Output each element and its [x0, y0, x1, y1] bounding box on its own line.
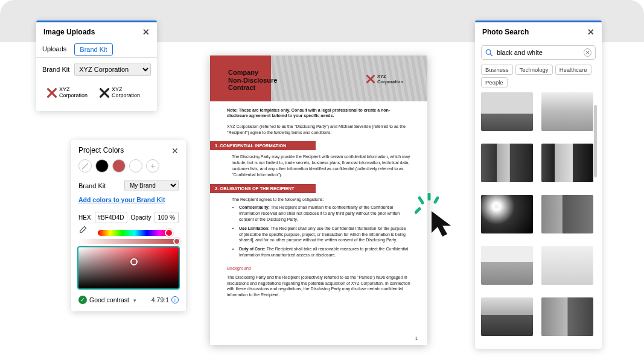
svg-line-5	[490, 54, 492, 56]
brandkit-select[interactable]: XYZ Corporation	[74, 63, 151, 76]
brandkit-row: Brand Kit My Brand	[71, 177, 186, 194]
opacity-input[interactable]	[155, 212, 179, 223]
photo-search-panel: Photo Search ✕ ✕ Business Technology Hea…	[475, 21, 602, 349]
photo-search-title: Photo Search	[482, 28, 529, 36]
tab-uploads[interactable]: Uploads	[36, 42, 72, 57]
hue-knob[interactable]	[165, 229, 173, 237]
svg-line-3	[435, 198, 438, 202]
section-1-body: The Disclosing Party may provide the Rec…	[232, 154, 410, 177]
hex-row: HEX Opacity	[71, 209, 186, 226]
search-wrap: ✕	[475, 42, 602, 63]
page-number: 1	[415, 336, 418, 340]
list-item: Use Limitation: The Recipient shall only…	[239, 226, 410, 243]
swatch-white[interactable]	[129, 159, 142, 173]
opacity-label: Opacity	[131, 214, 151, 221]
close-icon[interactable]: ✕	[587, 27, 595, 37]
svg-line-0	[416, 209, 419, 212]
document-preview[interactable]: Company Non-Disclosure Contract XYZ Corp…	[210, 56, 427, 345]
info-icon[interactable]: i	[171, 296, 179, 303]
photo-result[interactable]	[541, 144, 593, 182]
doc-hero: Company Non-Disclosure Contract XYZ Corp…	[210, 56, 427, 101]
photo-result[interactable]	[541, 297, 593, 336]
photo-result[interactable]	[481, 246, 533, 285]
chip-row: Business Technology Healthcare People	[475, 63, 602, 92]
sv-knob[interactable]	[130, 258, 138, 265]
swatch-none[interactable]	[78, 159, 92, 173]
saturation-value-picker[interactable]	[78, 247, 179, 288]
chip-technology[interactable]: Technology	[515, 65, 553, 75]
cursor-graphic	[419, 199, 456, 235]
image-uploads-header: Image Uploads ✕	[36, 22, 157, 42]
chevron-down-icon	[132, 296, 136, 303]
list-item: Duty of Care: The Recipient shall take a…	[239, 246, 410, 258]
image-uploads-panel: Image Uploads ✕ Uploads Brand Kit Brand …	[36, 21, 157, 111]
search-icon	[485, 49, 493, 57]
add-colors-link[interactable]: Add colors to your Brand Kit	[71, 194, 186, 209]
brand-select[interactable]: My Brand	[124, 180, 179, 191]
section-2-list: Confidentiality: The Recipient shall mai…	[239, 205, 410, 258]
swatch-row: +	[71, 159, 186, 177]
photo-result[interactable]	[541, 92, 593, 131]
brandkit-selector-row: Brand Kit XYZ Corporation	[36, 58, 157, 81]
doc-title: Company Non-Disclosure Contract	[228, 69, 277, 92]
photo-result[interactable]	[541, 246, 593, 285]
check-icon: ✓	[78, 296, 87, 304]
upload-tabs: Uploads Brand Kit	[36, 42, 157, 58]
project-colors-title: Project Colors	[78, 146, 124, 156]
photo-search-header: Photo Search ✕	[475, 22, 602, 42]
photo-result[interactable]	[481, 195, 533, 233]
project-colors-header: Project Colors ✕	[71, 140, 186, 159]
eyedropper-icon[interactable]	[78, 226, 87, 237]
search-input[interactable]	[497, 49, 580, 56]
photo-result[interactable]	[541, 195, 593, 233]
contrast-row: ✓ Good contrast 4.79:1 i	[71, 293, 186, 306]
contrast-ratio: 4.79:1 i	[151, 296, 179, 303]
hex-label: HEX	[78, 214, 91, 221]
x-logo-icon	[47, 88, 57, 98]
photo-grid	[475, 92, 602, 349]
brandkit-label: Brand Kit	[42, 66, 69, 73]
section-2-intro: The Recipient agrees to the following ob…	[232, 197, 410, 203]
alpha-slider[interactable]	[78, 239, 179, 244]
section-2-head: 2. OBLIGATIONS OF THE RECIPIENT	[210, 184, 316, 193]
image-uploads-title: Image Uploads	[43, 28, 95, 36]
brand-logo[interactable]: XYZ Corporation	[47, 87, 88, 99]
doc-intro: XYZ Corporation (referred to as the "Dis…	[227, 124, 410, 136]
chip-business[interactable]: Business	[481, 65, 513, 75]
svg-point-4	[486, 49, 491, 54]
background-head: Background	[227, 265, 410, 271]
chip-people[interactable]: People	[481, 77, 508, 87]
photo-result[interactable]	[481, 92, 533, 131]
close-icon[interactable]: ✕	[171, 146, 179, 156]
search-box: ✕	[481, 45, 596, 60]
x-logo-icon	[366, 75, 375, 83]
chip-healthcare[interactable]: Healthcare	[555, 65, 591, 75]
x-logo-icon	[100, 88, 109, 98]
hex-input[interactable]	[95, 212, 127, 223]
clear-search-icon[interactable]: ✕	[584, 48, 591, 57]
swatch-black[interactable]	[95, 159, 109, 173]
doc-body: Note: These are templates only. Consult …	[210, 101, 427, 304]
section-1-head: 1. CONFIDENTIAL INFORMATION	[210, 141, 316, 150]
background-body: The Disclosing Party and the Recipient (…	[227, 275, 410, 298]
cursor-arrow-icon	[430, 210, 454, 238]
alpha-knob[interactable]	[173, 238, 180, 245]
brand-logos: XYZ Corporation XYZ Corporation	[36, 81, 157, 111]
brand-logo[interactable]: XYZ Corporation	[100, 87, 140, 99]
doc-note: Note: These are templates only. Consult …	[227, 107, 410, 119]
scrollbar[interactable]	[594, 105, 597, 177]
tab-brand-kit[interactable]: Brand Kit	[74, 43, 112, 56]
hue-slider[interactable]	[98, 230, 171, 236]
doc-logo: XYZ Corporation	[366, 74, 403, 84]
svg-line-1	[419, 198, 422, 203]
list-item: Confidentiality: The Recipient shall mai…	[239, 205, 410, 222]
project-colors-panel: Project Colors ✕ + Brand Kit My Brand Ad…	[71, 140, 186, 311]
swatch-add[interactable]: +	[146, 159, 159, 173]
photo-result[interactable]	[481, 144, 533, 182]
contrast-status[interactable]: ✓ Good contrast	[78, 296, 136, 304]
contrast-label: Good contrast	[89, 296, 129, 303]
brandkit-label: Brand Kit	[78, 182, 106, 189]
swatch-red[interactable]	[112, 159, 126, 173]
photo-result[interactable]	[481, 297, 533, 336]
close-icon[interactable]: ✕	[142, 27, 150, 37]
